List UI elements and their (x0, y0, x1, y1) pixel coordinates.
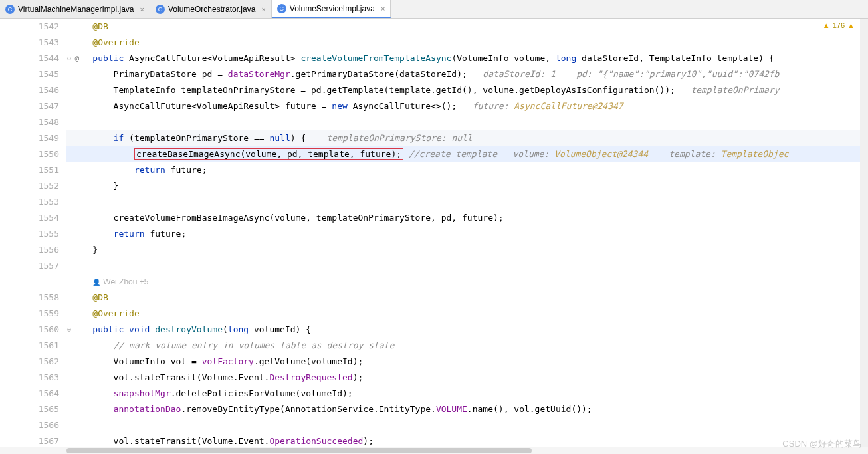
code-line[interactable]: } (66, 242, 868, 258)
code-line[interactable]: return future; (66, 226, 868, 242)
code-editor[interactable]: 154215431544↑@⊖1545154615471548154915501… (0, 19, 868, 454)
code-line[interactable]: @DB (66, 19, 868, 35)
code-line[interactable]: // mark volume entry in volumes table as… (66, 338, 868, 354)
code-line[interactable]: return future; (66, 162, 868, 178)
line-number[interactable]: 1554 (0, 210, 59, 226)
line-number-gutter[interactable]: 154215431544↑@⊖1545154615471548154915501… (0, 19, 66, 454)
code-line[interactable]: @DB (66, 290, 868, 306)
tab-volumeserviceimpl[interactable]: C VolumeServiceImpl.java × (272, 0, 391, 18)
code-line[interactable]: annotationDao.removeByEntityType(Annotat… (66, 401, 868, 417)
code-line[interactable]: vol.stateTransit(Volume.Event.DestroyReq… (66, 370, 868, 386)
code-line[interactable] (66, 194, 868, 210)
code-line[interactable]: 👤Wei Zhou +5 (66, 274, 868, 290)
code-line[interactable]: createVolumeFromBaseImageAsync(volume, t… (66, 210, 868, 226)
code-line[interactable]: if (templateOnPrimaryStore == null) { te… (66, 130, 868, 146)
line-number[interactable]: 1566 (0, 417, 59, 433)
code-line[interactable]: TemplateInfo templateOnPrimaryStore = pd… (66, 82, 868, 98)
line-number[interactable]: 1557 (0, 258, 59, 274)
editor-tabs: C VirtualMachineManagerImpl.java × C Vol… (0, 0, 868, 19)
line-number[interactable]: 1545 (0, 66, 59, 82)
vertical-scrollbar[interactable] (860, 19, 868, 454)
line-number[interactable]: 1550 (0, 146, 59, 162)
author-annotation[interactable]: 👤Wei Zhou +5 (92, 277, 148, 286)
line-number[interactable]: 1552 (0, 178, 59, 194)
java-class-icon: C (277, 4, 286, 13)
code-area[interactable]: @DB @Override public AsyncCallFuture<Vol… (66, 19, 868, 454)
line-number[interactable]: 1542 (0, 19, 59, 35)
line-number[interactable]: 1555 (0, 226, 59, 242)
tab-virtualmachinemanager[interactable]: C VirtualMachineManagerImpl.java × (0, 0, 150, 18)
line-number[interactable]: 1549 (0, 130, 59, 146)
code-line[interactable]: snapshotMgr.deletePoliciesForVolume(volu… (66, 386, 868, 401)
code-line[interactable] (66, 114, 868, 130)
line-number[interactable]: 1565 (0, 401, 59, 417)
line-number[interactable]: 1558 (0, 290, 59, 306)
code-line[interactable]: @Override (66, 35, 868, 51)
tab-label: VirtualMachineManagerImpl.java (18, 5, 134, 14)
horizontal-scrollbar[interactable] (0, 447, 868, 454)
highlighted-call: createBaseImageAsync(volume, pd, templat… (134, 148, 403, 160)
line-number[interactable]: 1544↑@⊖ (0, 51, 59, 66)
scrollbar-thumb[interactable] (66, 448, 532, 453)
line-number[interactable]: 1543 (0, 35, 59, 51)
line-number[interactable] (0, 274, 59, 290)
code-line[interactable]: createBaseImageAsync(volume, pd, templat… (66, 146, 868, 162)
close-icon[interactable]: × (381, 5, 385, 13)
line-number[interactable]: 1563 (0, 370, 59, 386)
tab-label: VolumeOrchestrator.java (168, 5, 255, 14)
line-number[interactable]: 1546 (0, 82, 59, 98)
code-line[interactable]: VolumeInfo vol = volFactory.getVolume(vo… (66, 354, 868, 370)
java-class-icon: C (156, 5, 165, 14)
code-line[interactable] (66, 258, 868, 274)
line-number[interactable]: 1548 (0, 114, 59, 130)
line-number[interactable]: 1547 (0, 98, 59, 114)
line-number[interactable]: 1564 (0, 386, 59, 401)
line-number[interactable]: 1556 (0, 242, 59, 258)
line-number[interactable]: 1553 (0, 194, 59, 210)
line-number[interactable]: 1559 (0, 306, 59, 322)
tab-volumeorchestrator[interactable]: C VolumeOrchestrator.java × (150, 0, 272, 18)
code-line[interactable]: @Override (66, 306, 868, 322)
code-line[interactable]: public AsyncCallFuture<VolumeApiResult> … (66, 51, 868, 66)
close-icon[interactable]: × (261, 5, 265, 13)
close-icon[interactable]: × (140, 5, 144, 13)
code-line[interactable]: public void destroyVolume(long volumeId)… (66, 322, 868, 338)
code-line[interactable]: PrimaryDataStore pd = dataStoreMgr.getPr… (66, 66, 868, 82)
line-number[interactable]: 1551 (0, 162, 59, 178)
code-line[interactable] (66, 417, 868, 433)
line-number[interactable]: 1562 (0, 354, 59, 370)
code-line[interactable]: } (66, 178, 868, 194)
line-number[interactable]: 1560↑⊖ (0, 322, 59, 338)
tab-label: VolumeServiceImpl.java (290, 4, 375, 13)
watermark: CSDN @好奇的菜鸟 (782, 438, 861, 450)
java-class-icon: C (5, 5, 15, 14)
code-line[interactable]: AsyncCallFuture<VolumeApiResult> future … (66, 98, 868, 114)
line-number[interactable]: 1561 (0, 338, 59, 354)
